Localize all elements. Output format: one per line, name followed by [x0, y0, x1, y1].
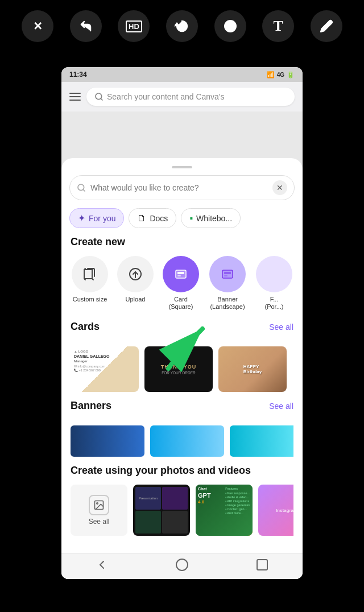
svg-point-3	[231, 24, 233, 26]
cards-title: Cards	[71, 321, 100, 333]
modal-search-icon	[77, 183, 86, 192]
cards-section: Cards See all ▲ LOGO DANIEL GALLEGOManag…	[61, 321, 303, 392]
photo-item-chatgpt[interactable]: ChatGPT4.0 Features• Fast response...• A…	[196, 485, 253, 536]
tab-whiteboard-label: Whitebo...	[196, 214, 232, 223]
create-banner-landscape[interactable]: Banner (Landscape)	[207, 256, 248, 311]
tab-docs[interactable]: 🗋 Docs	[129, 208, 176, 228]
portrait-label: F...(Por...)	[264, 296, 283, 311]
banner-item-3[interactable]	[230, 425, 293, 457]
text-button[interactable]: T	[262, 10, 294, 42]
card-item-birthday[interactable]: HAPPYBirthday	[218, 346, 287, 392]
card-square-icon	[173, 266, 189, 282]
upload-label: Upload	[126, 296, 146, 303]
svg-rect-8	[84, 270, 92, 279]
svg-line-5	[101, 98, 102, 100]
svg-point-24	[97, 503, 98, 505]
svg-line-10	[92, 268, 93, 270]
card-item-thankyou[interactable]: THANK YOU FOR YOUR ORDER	[144, 346, 213, 392]
tab-whiteboard[interactable]: ▪ Whitebo...	[181, 208, 241, 228]
svg-rect-18	[177, 275, 181, 276]
toolbar: ✕ HD T	[0, 0, 364, 48]
create-items-grid: Custom size Upload	[71, 256, 293, 313]
tab-for-you[interactable]: ✦ For you	[69, 208, 124, 228]
photos-title: Create using your photos and videos	[71, 465, 293, 477]
photo-item-4[interactable]: Instagram	[258, 485, 293, 536]
hamburger-menu[interactable]	[69, 93, 81, 101]
status-bar: 11:34 📶 4G 🔋	[61, 67, 303, 82]
svg-rect-27	[257, 560, 267, 570]
create-new-section: Create new Custom size	[61, 236, 303, 313]
modal-search-bar[interactable]: ✕	[69, 175, 295, 200]
portrait-icon-bg	[256, 256, 292, 292]
banners-see-all[interactable]: See all	[269, 402, 293, 411]
edit-button[interactable]	[311, 10, 342, 42]
create-new-title: Create new	[71, 236, 293, 248]
svg-line-12	[92, 279, 93, 280]
banner-landscape-label: Banner (Landscape)	[207, 296, 248, 311]
tab-docs-label: Docs	[150, 214, 168, 223]
docs-icon: 🗋	[137, 213, 146, 224]
svg-line-9	[84, 268, 85, 270]
emoji-button[interactable]	[214, 10, 246, 42]
banner-landscape-icon-bg	[209, 256, 246, 292]
status-indicators: 📶 4G 🔋	[267, 71, 295, 78]
svg-point-1	[225, 20, 236, 32]
search-icon	[94, 92, 104, 101]
create-card-square[interactable]: Card (Square)	[162, 256, 200, 311]
cards-row: ▲ LOGO DANIEL GALLEGOManager ✉ info@comp…	[71, 346, 293, 392]
close-button[interactable]: ✕	[22, 10, 53, 42]
svg-rect-17	[177, 272, 184, 274]
nav-back-button[interactable]	[95, 558, 109, 575]
svg-point-0	[181, 25, 183, 27]
tab-for-you-label: For you	[89, 214, 115, 223]
app-search-bar[interactable]: Search your content and Canva's	[86, 88, 295, 106]
create-modal: ✕ ✦ For you 🗋 Docs ▪ Whitebo... Create n…	[61, 158, 303, 579]
create-custom-size[interactable]: Custom size	[71, 256, 109, 311]
time: 11:34	[69, 71, 87, 78]
create-portrait[interactable]: F...(Por...)	[255, 256, 293, 311]
card-square-label: Card (Square)	[162, 296, 200, 311]
category-tabs: ✦ For you 🗋 Docs ▪ Whitebo...	[61, 208, 303, 236]
photos-see-all-item[interactable]: See all	[71, 485, 127, 536]
modal-handle	[172, 166, 192, 168]
card-item-business[interactable]: ▲ LOGO DANIEL GALLEGOManager ✉ info@comp…	[71, 346, 139, 392]
nav-recents-button[interactable]	[255, 558, 269, 575]
cards-header-row: Cards See all	[71, 321, 293, 333]
custom-size-label: Custom size	[73, 296, 107, 303]
photos-section: Create using your photos and videos See …	[61, 465, 303, 536]
undo-button[interactable]	[70, 10, 102, 42]
whiteboard-icon: ▪	[189, 213, 193, 224]
banners-title: Banners	[71, 400, 111, 412]
photo-item-2[interactable]: Presentation	[133, 485, 190, 536]
banner-item-1[interactable]	[71, 425, 144, 457]
svg-line-7	[83, 189, 85, 191]
banners-row	[71, 425, 293, 457]
cards-see-all[interactable]: See all	[269, 322, 293, 332]
sparkle-icon: ✦	[78, 213, 85, 224]
svg-rect-22	[224, 275, 228, 276]
phone-frame: 11:34 📶 4G 🔋 Search your content and Can…	[61, 67, 303, 579]
card-square-icon-bg	[163, 256, 199, 292]
bottom-navigation	[61, 553, 303, 579]
banners-section: Banners See all	[61, 400, 303, 457]
rotate-button[interactable]	[166, 10, 198, 42]
svg-line-11	[84, 279, 85, 280]
upload-icon-bg	[117, 256, 154, 292]
svg-point-2	[228, 24, 229, 26]
see-all-icon	[89, 495, 109, 515]
upload-icon	[127, 266, 143, 282]
modal-search-input[interactable]	[90, 183, 268, 192]
custom-size-icon	[72, 256, 108, 292]
create-upload[interactable]: Upload	[116, 256, 155, 311]
banner-landscape-icon	[220, 266, 235, 282]
modal-close-button[interactable]: ✕	[272, 180, 287, 195]
app-bar: Search your content and Canva's	[61, 82, 303, 111]
banner-item-2[interactable]	[150, 425, 224, 457]
svg-point-26	[176, 559, 188, 570]
app-search-text: Search your content and Canva's	[107, 92, 225, 101]
photos-grid: See all Presentation	[71, 485, 293, 536]
nav-home-button[interactable]	[175, 558, 189, 575]
see-all-text: See all	[89, 518, 110, 526]
hd-button[interactable]: HD	[118, 10, 150, 42]
svg-rect-21	[224, 272, 231, 274]
